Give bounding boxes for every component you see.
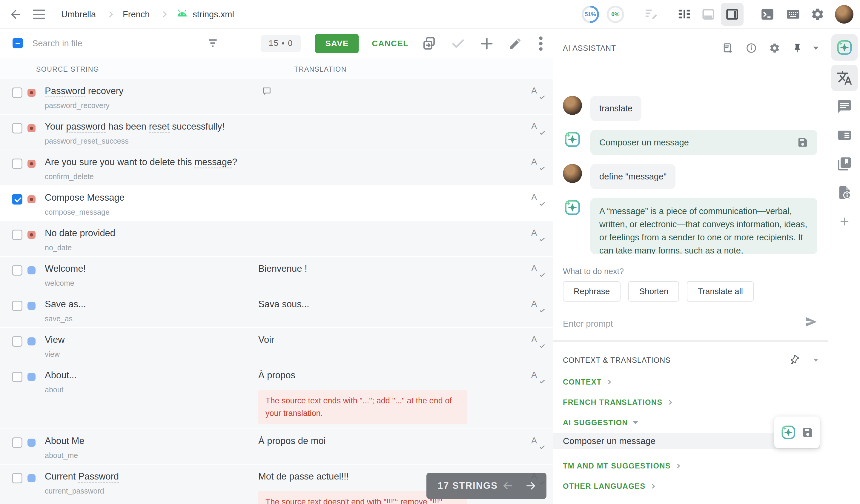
row-checkbox[interactable] (12, 230, 23, 240)
settings-gear-icon[interactable] (809, 7, 826, 21)
keyboard-icon[interactable] (785, 7, 801, 22)
translation-text: Sava sous... (258, 298, 517, 310)
table-row[interactable]: Password recovery password_recovery A (0, 79, 553, 115)
table-row[interactable]: About Me about_me À propos de moi A (0, 429, 553, 465)
next-string-icon[interactable] (524, 479, 538, 492)
collapse-caret-icon[interactable] (813, 358, 819, 362)
view-table-button[interactable] (673, 3, 696, 26)
table-row[interactable]: No date provided no_date A (0, 221, 553, 257)
spellcheck-icon[interactable]: A (531, 370, 545, 384)
translation-progress-ring[interactable]: 51% (582, 6, 599, 23)
view-right-panel-button[interactable] (721, 3, 744, 26)
filter-icon[interactable] (206, 36, 221, 51)
user-avatar (563, 164, 582, 183)
row-checkbox[interactable] (12, 123, 23, 133)
save-floppy-icon[interactable] (797, 137, 808, 148)
user-avatar[interactable] (835, 5, 854, 24)
save-button[interactable]: SAVE (315, 34, 359, 53)
save-suggestion-icon[interactable] (802, 427, 814, 438)
status-badge (27, 266, 35, 274)
breadcrumb-language[interactable]: French (123, 10, 149, 19)
table-row[interactable]: Save as... save_as Sava sous... A (0, 292, 553, 328)
translation-text: Voir (258, 334, 517, 346)
row-checkbox[interactable] (12, 87, 23, 98)
menu-icon[interactable] (32, 8, 46, 20)
rail-add-panel[interactable]: + (831, 208, 858, 234)
table-row[interactable]: View view Voir A (0, 328, 553, 363)
more-options-icon[interactable] (536, 36, 545, 51)
rail-ai-assistant[interactable] (831, 34, 858, 61)
draft-edit-icon[interactable] (643, 7, 659, 21)
ai-settings-gear-icon[interactable] (769, 42, 780, 54)
spellcheck-icon[interactable]: A (531, 86, 545, 99)
section-ai-suggestion[interactable]: AI SUGGESTION (563, 418, 638, 427)
rail-glossary-books[interactable] (831, 151, 858, 177)
search-input[interactable] (32, 34, 175, 52)
prompt-input[interactable] (563, 315, 772, 333)
string-counter-badge: 15 • 0 (261, 35, 301, 52)
spellcheck-icon[interactable]: A (531, 192, 545, 206)
glossary-term: reset (149, 121, 170, 133)
spellcheck-icon[interactable]: A (531, 334, 545, 348)
table-row[interactable]: Welcome! welcome Bienvenue ! A (0, 257, 553, 292)
pin-outline-icon[interactable] (789, 355, 799, 366)
table-row[interactable]: About... about À propos The source text … (0, 363, 553, 429)
table-row[interactable]: Your password has been reset successfull… (0, 115, 553, 150)
comment-icon[interactable] (261, 86, 272, 98)
rail-tm-card[interactable] (831, 122, 858, 148)
row-checkbox[interactable] (12, 336, 23, 347)
view-bottom-panel-button[interactable] (697, 3, 720, 26)
section-other-languages[interactable]: OTHER LANGUAGES (563, 482, 654, 491)
approval-progress-ring[interactable]: 0% (607, 6, 624, 23)
edit-pencil-icon[interactable] (508, 36, 523, 51)
collapse-caret-icon[interactable] (813, 46, 819, 50)
section-tm-mt-suggestions[interactable]: TM AND MT SUGGESTIONS (563, 462, 679, 470)
spellcheck-icon[interactable]: A (531, 436, 545, 449)
quick-action-rephrase[interactable]: Rephrase (563, 281, 620, 302)
quick-action-translate-all[interactable]: Translate all (687, 281, 754, 302)
console-icon[interactable] (759, 7, 776, 22)
table-row[interactable]: Are you sure you want to delete this mes… (0, 150, 553, 186)
breadcrumb-file[interactable]: strings.xml (192, 10, 234, 19)
approve-check-icon[interactable] (450, 36, 466, 51)
row-checkbox[interactable] (12, 265, 23, 276)
rail-translate[interactable] (831, 65, 858, 91)
string-key: current_password (45, 487, 258, 495)
spellcheck-icon[interactable]: A (531, 157, 545, 171)
string-key: view (45, 350, 258, 359)
send-icon[interactable] (805, 315, 818, 328)
ai-sparkle-icon[interactable] (780, 424, 797, 441)
spellcheck-icon[interactable]: A (531, 299, 545, 313)
copy-source-icon[interactable] (422, 36, 437, 51)
row-checkbox[interactable] (12, 372, 23, 382)
back-button[interactable] (8, 8, 23, 21)
add-string-icon[interactable] (479, 36, 494, 51)
spellcheck-icon[interactable]: A (531, 228, 545, 242)
row-checkbox[interactable] (12, 301, 23, 311)
row-checkbox[interactable] (12, 473, 23, 484)
select-all-checkbox[interactable] (13, 38, 23, 48)
cancel-button[interactable]: CANCEL (372, 39, 408, 48)
info-icon[interactable] (746, 42, 757, 54)
table-row[interactable]: Compose Message compose_message A (0, 186, 553, 221)
row-checkbox[interactable] (12, 437, 23, 448)
spellcheck-icon[interactable]: A (531, 121, 545, 135)
spellcheck-icon[interactable]: A (531, 263, 545, 277)
string-key: compose_message (45, 208, 258, 216)
row-checkbox[interactable] (12, 194, 23, 204)
prev-string-icon[interactable] (501, 479, 514, 492)
context-translations-header: CONTEXT & TRANSLATIONS (563, 355, 819, 366)
breadcrumb-project[interactable]: Umbrella (61, 10, 96, 19)
row-checkbox[interactable] (12, 159, 23, 169)
section-context[interactable]: CONTEXT (563, 378, 610, 386)
source-column-header: SOURCE STRING (36, 66, 99, 73)
rail-comments[interactable] (831, 93, 858, 120)
new-conversation-icon[interactable] (722, 42, 734, 54)
section-french-translations[interactable]: FRENCH TRANSLATIONS (563, 398, 671, 407)
pin-icon[interactable] (792, 42, 802, 54)
source-string: Save as... (45, 298, 258, 310)
quick-action-shorten[interactable]: Shorten (628, 281, 679, 302)
rail-file-info[interactable] (831, 179, 858, 206)
user-avatar (563, 96, 582, 115)
source-string: About Me (45, 435, 258, 447)
